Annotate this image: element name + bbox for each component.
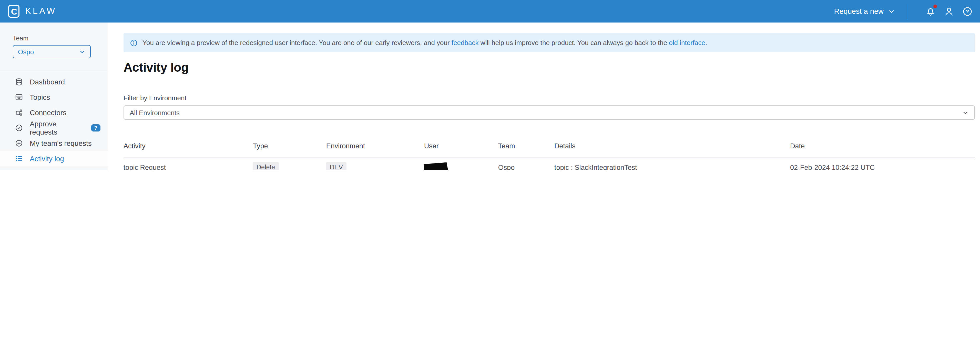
chevron-down-icon: [962, 109, 969, 116]
sidebar-item-activity-log[interactable]: Activity log: [0, 151, 108, 166]
notifications-button[interactable]: [924, 6, 936, 17]
list-icon: [15, 155, 23, 163]
user-icon: [943, 6, 954, 17]
team-select[interactable]: Ospo: [13, 45, 91, 59]
approve-requests-count-badge: 7: [91, 124, 100, 131]
column-header-user: User: [424, 130, 498, 158]
banner-text-part: will help us improve the product. You ca…: [479, 39, 669, 47]
feedback-link[interactable]: feedback: [452, 39, 479, 47]
table-row: topic Request Delete DEV Ospo topic : Sl…: [124, 158, 975, 170]
sidebar-nav: Dashboard Topics: [0, 74, 108, 166]
cell-activity: topic Request: [124, 158, 253, 170]
top-navigation-bar: C KLAW Request a new: [0, 0, 980, 22]
environment-filter: Filter by Environment All Environments: [124, 94, 975, 120]
connectors-icon: [15, 109, 23, 117]
column-header-details: Details: [554, 130, 790, 158]
help-button[interactable]: ?: [961, 6, 973, 17]
table-header-row: Activity Type Environment User Team Deta…: [124, 130, 975, 158]
sidebar-item-label: Approve requests: [30, 120, 84, 136]
sidebar-item-label: My team's requests: [30, 139, 92, 147]
column-header-environment: Environment: [326, 130, 424, 158]
brand-name: KLAW: [25, 6, 57, 16]
check-circle-icon: [15, 124, 23, 132]
preview-banner: You are viewing a preview of the redesig…: [124, 33, 975, 52]
klaw-logo-icon: C: [7, 5, 21, 18]
app: C KLAW Request a new: [0, 0, 980, 170]
column-header-activity: Activity: [124, 130, 253, 158]
plus-circle-icon: [15, 139, 23, 147]
sidebar-item-label: Connectors: [30, 109, 66, 117]
request-a-new-label: Request a new: [834, 7, 884, 15]
sidebar-item-dashboard[interactable]: Dashboard: [0, 74, 108, 90]
main-content: You are viewing a preview of the redesig…: [108, 22, 980, 170]
banner-text-part: .: [705, 39, 707, 47]
topbar-divider: [907, 4, 907, 19]
banner-text: You are viewing a preview of the redesig…: [143, 39, 707, 47]
request-a-new-dropdown[interactable]: Request a new: [834, 7, 896, 15]
cell-user: [424, 158, 498, 170]
user-profile-button[interactable]: [943, 6, 955, 17]
sidebar-item-my-teams-requests[interactable]: My team's requests: [0, 136, 108, 151]
environment-badge: DEV: [326, 163, 347, 170]
redacted-username: [424, 162, 449, 170]
activity-log-table: Activity Type Environment User Team Deta…: [124, 130, 975, 170]
old-interface-link[interactable]: old interface: [669, 39, 705, 47]
help-icon: ?: [962, 6, 972, 17]
cell-details: topic : SlackIntegrationTest: [554, 158, 790, 170]
page-title: Activity log: [124, 60, 975, 75]
klaw-logo[interactable]: C KLAW: [7, 5, 57, 18]
banner-text-part: You are viewing a preview of the redesig…: [143, 39, 452, 47]
cell-date: 02-Feb-2024 10:24:22 UTC: [790, 158, 975, 170]
sidebar-item-topics[interactable]: Topics: [0, 90, 108, 105]
sidebar: Team Ospo: [0, 22, 108, 170]
topics-icon: [15, 93, 23, 101]
column-header-team: Team: [498, 130, 554, 158]
chevron-down-icon: [888, 8, 896, 15]
type-badge: Delete: [253, 163, 278, 170]
environment-filter-label: Filter by Environment: [124, 94, 975, 102]
sidebar-item-label: Activity log: [30, 155, 64, 163]
svg-text:?: ?: [966, 8, 969, 14]
sidebar-item-connectors[interactable]: Connectors: [0, 105, 108, 120]
sidebar-item-approve-requests[interactable]: Approve requests 7: [0, 120, 108, 136]
database-icon: [15, 78, 23, 86]
svg-text:C: C: [11, 7, 18, 16]
sidebar-divider: [0, 71, 108, 71]
info-icon: [130, 39, 138, 47]
sidebar-item-label: Topics: [30, 93, 50, 101]
cell-type: Delete: [253, 158, 326, 170]
environment-filter-select[interactable]: All Environments: [124, 105, 975, 120]
team-label: Team: [13, 35, 99, 42]
sidebar-item-label: Dashboard: [30, 78, 65, 86]
chevron-down-icon: [79, 48, 86, 55]
environment-filter-value: All Environments: [130, 109, 180, 116]
notification-dot: [933, 5, 937, 8]
column-header-date: Date: [790, 130, 975, 158]
cell-environment: DEV: [326, 158, 424, 170]
cell-team: Ospo: [498, 158, 554, 170]
team-select-value: Ospo: [18, 48, 34, 55]
column-header-type: Type: [253, 130, 326, 158]
